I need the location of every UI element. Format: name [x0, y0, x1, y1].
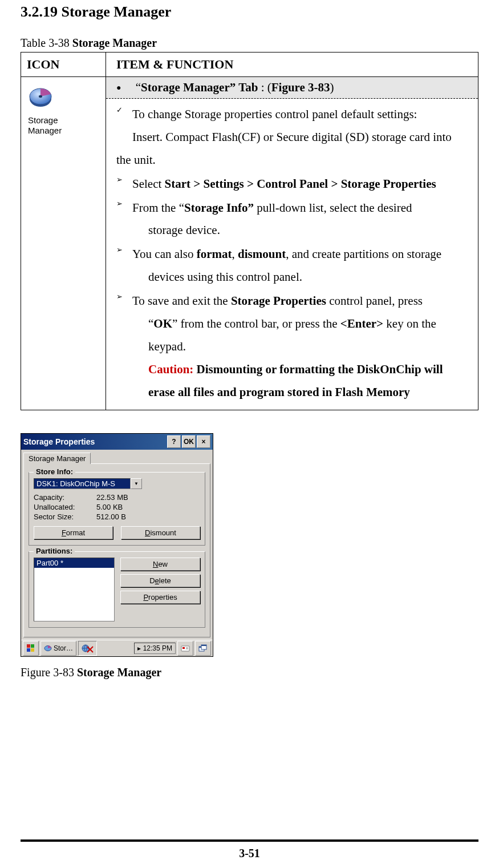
header-function: ITEM & FUNCTION — [106, 53, 478, 77]
svg-rect-3 — [27, 644, 30, 648]
titlebar[interactable]: Storage Properties ? OK × — [21, 434, 213, 450]
qopen: “ — [136, 80, 141, 94]
ok-button[interactable]: OK — [182, 435, 196, 448]
caution-label: Caution: — [148, 362, 197, 376]
function-cell: ● “Storage Manager” Tab : (Figure 3-83) … — [106, 77, 478, 410]
step4-enter: <Enter> — [340, 317, 383, 330]
tab-suffix: ” Tab — [230, 80, 258, 94]
step3-e: , and create partitions on storage — [286, 247, 441, 261]
icon-cell: Storage Manager — [21, 77, 106, 410]
step4-ok: OK — [153, 317, 172, 330]
table-caption-prefix: Table 3-38 — [21, 37, 72, 49]
new-button[interactable]: New — [120, 558, 200, 571]
format-button[interactable]: Format — [34, 526, 113, 539]
step4-storage-properties: Storage Properties — [231, 294, 326, 308]
dismount-button[interactable]: Dismount — [121, 526, 200, 539]
clock-arrow-icon: ▸ — [137, 644, 141, 652]
chevron-down-icon[interactable]: ▼ — [131, 478, 142, 489]
tray-indicator-2[interactable] — [195, 641, 211, 656]
caution-block: Caution: Dismounting or formatting the D… — [132, 358, 472, 381]
store-info-group: Store Info: DSK1: DiskOnChip M-S ▼ Capac… — [29, 472, 205, 546]
disk-icon — [44, 644, 52, 652]
tab-row: Storage Manager — [21, 450, 213, 463]
figure-caption: Figure 3-83 Storage Manager — [21, 666, 478, 679]
figure-caption-name: Storage Manager — [77, 666, 161, 679]
tab-close-paren: ) — [330, 80, 334, 94]
capacity-label: Capacity: — [34, 493, 96, 502]
fig-ref: Figure 3-83 — [271, 80, 330, 94]
svg-rect-4 — [31, 644, 34, 648]
step1-path: Start > Settings > Control Panel > Stora… — [165, 177, 436, 191]
figure-caption-prefix: Figure 3-83 — [21, 666, 77, 679]
header-icon: ICON — [21, 53, 106, 77]
arrow-bullet-icon: ➢ — [116, 243, 132, 257]
tab-name: Storage Manager — [141, 80, 230, 94]
step2: ➢ From the “Storage Info” pull-down list… — [116, 197, 472, 243]
x-overlay-icon — [87, 646, 94, 653]
partitions-group: Partitions: Part00 * New Delete Properti… — [29, 551, 205, 628]
caution-rest1: Dismounting or formatting the DiskOnChip… — [197, 362, 443, 376]
step4: ➢ To save and exit the Storage Propertie… — [116, 290, 472, 403]
close-button[interactable]: × — [197, 435, 210, 448]
tray-indicator-1[interactable] — [177, 641, 193, 656]
partitions-list[interactable]: Part00 * — [34, 558, 115, 621]
help-button[interactable]: ? — [167, 435, 181, 448]
clock-time: 12:35 PM — [143, 644, 172, 652]
svg-rect-19 — [201, 645, 206, 646]
taskbar: Stor… ▸ 12:35 PM — [21, 640, 213, 656]
step2-suffix: pull-down list, select the desired — [254, 201, 412, 215]
bullet-icon: ● — [116, 83, 121, 92]
step2-line2: storage device. — [132, 219, 472, 242]
taskbar-app-label: Stor… — [54, 644, 73, 652]
store-info-legend: Store Info: — [34, 467, 75, 476]
step4-line3: keypad. — [132, 336, 472, 358]
taskbar-clock[interactable]: ▸ 12:35 PM — [134, 643, 176, 654]
store-info-combo[interactable]: DSK1: DiskOnChip M-S ▼ — [34, 478, 142, 489]
insert-line: Insert. Compact Flash(CF) or Secure digi… — [116, 126, 472, 149]
step1: ➢ Select Start > Settings > Control Pane… — [116, 173, 472, 196]
partition-item[interactable]: Part00 * — [34, 558, 114, 568]
step3-a: You can also — [132, 247, 197, 261]
storage-manager-table: ICON ITEM & FUNCTION — [21, 52, 478, 410]
step3: ➢ You can also format, dismount, and cre… — [116, 243, 472, 289]
tab-storage-manager[interactable]: Storage Manager — [23, 453, 91, 464]
tab-colon: : ( — [258, 80, 271, 94]
check-icon: ✓ — [116, 103, 132, 118]
change-line: To change Storage properties control pan… — [132, 103, 472, 126]
sector-size-value: 512.00 B — [96, 512, 126, 521]
step4-line2: “OK” from the control bar, or press the … — [132, 313, 472, 336]
step4-l2c: ” from the control bar, or press the — [172, 317, 340, 330]
taskbar-app-button[interactable]: Stor… — [40, 641, 76, 656]
sector-size-label: Sector Size: — [34, 512, 96, 521]
step3-dismount: dismount — [238, 247, 286, 261]
step3-line2: devices using this control panel. — [132, 266, 472, 289]
arrow-bullet-icon: ➢ — [116, 197, 132, 211]
svg-point-2 — [39, 95, 42, 98]
unallocated-label: Unallocated: — [34, 503, 96, 511]
svg-rect-5 — [27, 648, 30, 652]
taskbar-tray-sep — [78, 641, 97, 656]
storage-manager-icon — [28, 85, 53, 112]
window-title: Storage Properties — [23, 437, 166, 446]
step4-c: control panel, press — [326, 294, 423, 308]
partitions-legend: Partitions: — [34, 547, 75, 555]
store-info-value: DSK1: DiskOnChip M-S — [34, 478, 131, 489]
step2-storageinfo: Storage Info” — [184, 201, 254, 215]
svg-rect-13 — [182, 647, 185, 649]
storage-properties-window: Storage Properties ? OK × Storage Manage… — [21, 433, 213, 657]
panel: Store Info: DSK1: DiskOnChip M-S ▼ Capac… — [23, 463, 210, 637]
check-line: ✓ To change Storage properties control p… — [116, 103, 472, 126]
function-body: ✓ To change Storage properties control p… — [106, 99, 478, 410]
section-title: 3.2.19 Storage Manager — [21, 3, 478, 21]
properties-button[interactable]: Properties — [120, 591, 200, 604]
arrow-bullet-icon: ➢ — [116, 290, 132, 304]
page-number: 3-51 — [0, 847, 499, 860]
step4-l2a: “ — [148, 317, 153, 330]
step3-c: , — [232, 247, 238, 261]
unallocated-value: 5.00 KB — [96, 503, 123, 511]
start-button[interactable] — [23, 641, 39, 656]
caution-rest2: erase all files and program stored in Fl… — [132, 381, 472, 404]
arrow-bullet-icon: ➢ — [116, 173, 132, 187]
delete-button[interactable]: Delete — [120, 574, 200, 587]
storage-manager-icon-label: Storage Manager — [28, 115, 62, 136]
